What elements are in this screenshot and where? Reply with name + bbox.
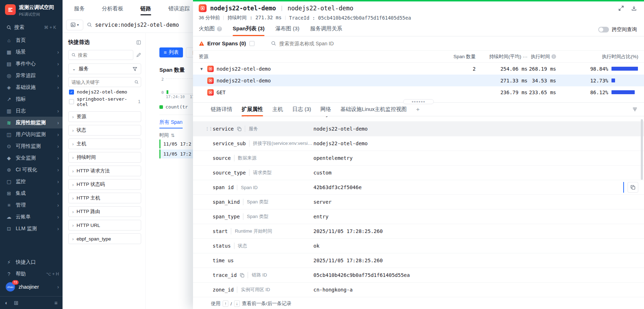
collapse-sidebar-icon[interactable]: ≡ <box>54 300 58 306</box>
tab-flame-graph[interactable]: 火焰图 ? <box>199 25 222 36</box>
filter-section-resource[interactable]: ›资源 <box>68 111 141 122</box>
sidebar-item-cloud-billing[interactable]: ☁云账单› <box>0 211 63 223</box>
drag-handle-icon[interactable]: ⋮⋮ <box>205 126 212 131</box>
topnav-tab-traces[interactable]: 链路 <box>140 0 151 17</box>
service-keyword-input[interactable] <box>71 80 134 85</box>
attribute-row-service[interactable]: ⋮⋮ service 服务 nodejs22-otel-demo <box>193 122 644 136</box>
list-view-button[interactable]: ≡ 列表 <box>159 47 183 57</box>
copy-value-button[interactable] <box>628 182 638 193</box>
chevron-down-icon[interactable]: ▼ <box>199 67 204 71</box>
resize-handle[interactable]: ●●●●●● <box>403 99 434 104</box>
collapse-panel-icon[interactable] <box>136 40 141 45</box>
sidebar-item-logs[interactable]: ▥日志› <box>0 105 63 117</box>
filter-section-ebpf-span-type[interactable]: ›ebpf_span_type <box>68 233 141 244</box>
col-exec-time[interactable]: 执行时间i <box>527 54 556 60</box>
span-row-selected[interactable]: nodejs22-otel-demo 271.33 ms 34.53 ms 12… <box>193 75 644 86</box>
sidebar-item-monitoring[interactable]: ▢监控› <box>0 176 63 187</box>
copy-icon[interactable] <box>237 127 242 131</box>
sidebar-item-ci[interactable]: ⊚CI 可视化› <box>0 164 63 176</box>
col-avg-duration[interactable]: 持续时间(平均)⋯ <box>476 54 527 60</box>
scrollbar-thumb[interactable] <box>641 119 643 180</box>
filter-section-http-url[interactable]: ›HTTP URL <box>68 220 141 231</box>
sidebar-item-quick-entry[interactable]: ⚡快捷入口 <box>0 256 63 268</box>
attribute-row-start[interactable]: start Runtime 开始时间 2025/11/05 17:28:25.2… <box>193 224 644 239</box>
sidebar-item-scenes[interactable]: ▦场景› <box>0 46 63 58</box>
tab-span-list[interactable]: Span列表 (3) <box>233 25 264 36</box>
edit-filters-icon[interactable] <box>136 52 141 57</box>
filter-section-http-method[interactable]: ›HTTP 请求方法 <box>68 166 141 176</box>
tab-all-spans[interactable]: 所有 Span <box>159 119 183 128</box>
add-tab-icon[interactable]: + <box>416 106 420 113</box>
attribute-row-resource[interactable]: resource 资源 nodejs22-otel-demo <box>193 116 644 122</box>
sidebar-item-error-tracking[interactable]: ◎异常追踪› <box>0 70 63 81</box>
tab-trace-detail[interactable]: 链路详情 <box>211 103 232 116</box>
tab-logs[interactable]: 日志 (3) <box>292 103 311 116</box>
fullscreen-icon[interactable] <box>618 5 624 11</box>
tab-infra-linux-view[interactable]: 基础设施Linux主机监控视图 <box>341 103 407 116</box>
tab-host[interactable]: 主机 <box>272 103 283 116</box>
sidebar-item-apm[interactable]: ≋应用性能监测› <box>0 117 63 128</box>
attribute-row-span-kind[interactable]: span_kind Span 类型 server <box>193 195 644 209</box>
service-option-springboot-server-otel[interactable]: springboot-server-otel 1 <box>68 97 141 106</box>
sidebar-item-help[interactable]: ?帮助⌥ + H <box>0 268 63 280</box>
sidebar-item-home[interactable]: ⌂首页 <box>0 34 63 46</box>
filter-section-http-host[interactable]: ›HTTP 主机 <box>68 193 141 203</box>
span-search-input[interactable] <box>279 41 637 46</box>
theme-icon[interactable]: ◐ <box>5 300 8 306</box>
error-spans-checkbox[interactable] <box>249 41 254 46</box>
tab-network[interactable]: 网络 <box>321 103 331 116</box>
attribute-row-trace-id[interactable]: trace_id 链路 ID 05cb410b426c9b0af75d1f614… <box>193 268 644 283</box>
attribute-row-service-sub[interactable]: service_sub 拼接字段(service:env:version) no… <box>193 136 644 151</box>
user-menu[interactable]: zhao 72 zhaojiner › <box>0 280 63 294</box>
sidebar-item-integrations[interactable]: ⊞集成› <box>0 187 63 199</box>
col-resource[interactable]: 资源 <box>199 54 415 60</box>
workspace-header[interactable]: 观测云调试空间 PE调试空间 <box>0 0 63 20</box>
attribute-row-span-id[interactable]: span_id Span ID 42b63df3c2f5046e <box>193 180 644 195</box>
checkbox-checked-icon[interactable]: ✓ <box>69 90 74 95</box>
span-group-row[interactable]: ▼ nodejs22-otel-demo 2 254.06 ms 268.19 … <box>193 63 644 75</box>
span-row[interactable]: GET 236.79 ms 233.65 ms 86.12% <box>193 86 644 98</box>
filter-section-http-status[interactable]: ›HTTP 状态码 <box>68 179 141 190</box>
attribute-row-span-type[interactable]: span_type Span 类型 entry <box>193 209 644 224</box>
sidebar-item-event-center[interactable]: ▤事件中心› <box>0 58 63 70</box>
attribute-row-source-type[interactable]: source_type 请求类型 custom <box>193 166 644 180</box>
tab-service-map[interactable]: 服务调用关系 <box>310 25 342 36</box>
funnel-filter-icon[interactable] <box>133 67 137 71</box>
apps-grid-icon[interactable]: ⊞ <box>14 300 19 306</box>
attribute-row-status[interactable]: status 状态 ok <box>193 239 644 253</box>
sidebar-item-infrastructure[interactable]: ◈基础设施› <box>0 81 63 93</box>
search-scope-button[interactable]: ▾ <box>66 20 83 30</box>
tab-extended-attributes[interactable]: 扩展属性 <box>242 103 263 116</box>
attribute-row-zone-id[interactable]: zone_id 实例可用区 ID cn-hongkong-a <box>193 283 644 297</box>
sidebar-item-metrics[interactable]: ↗指标 <box>0 93 63 105</box>
copy-icon[interactable] <box>240 116 244 117</box>
sidebar-item-rum[interactable]: ◫用户访问监测› <box>0 128 63 140</box>
filter-section-duration[interactable]: ›持续时间 <box>68 152 141 163</box>
col-exec-pct[interactable]: 执行时间占比(%) <box>556 54 638 60</box>
attribute-row-time-us[interactable]: time_us 2025/11/05 17:28:25.260 <box>193 253 644 268</box>
copy-icon[interactable] <box>240 273 244 278</box>
sidebar-item-llm[interactable]: ⊡LLM 监测› <box>0 223 63 234</box>
export-icon[interactable] <box>631 5 637 11</box>
sidebar-item-security[interactable]: ◆安全监测› <box>0 152 63 164</box>
filter-section-host[interactable]: ›主机 <box>68 138 141 149</box>
sidebar-item-synthetic[interactable]: ⊙可用性监测› <box>0 140 63 152</box>
attribute-row-source[interactable]: source 数据来源 opentelemetry <box>193 151 644 166</box>
topnav-tab-error-tracking[interactable]: 错误追踪 <box>168 0 190 17</box>
filters-search-input[interactable] <box>78 52 130 58</box>
sort-icon[interactable]: ⇅ <box>171 133 175 138</box>
sidebar-search[interactable]: 搜索 ⌘ + K <box>4 22 59 33</box>
sidebar-item-management[interactable]: ≡管理› <box>0 199 63 211</box>
topnav-tab-dashboards[interactable]: 分析看板 <box>102 0 123 17</box>
more-icon[interactable]: ⋯ <box>523 54 528 60</box>
topnav-tab-services[interactable]: 服务 <box>74 0 85 17</box>
flame-graph-help-icon[interactable]: ? <box>217 26 222 31</box>
cross-space-toggle[interactable] <box>598 27 609 32</box>
view-options-icon[interactable] <box>632 107 638 112</box>
filter-section-service[interactable]: ⌄ 服务 <box>68 64 141 74</box>
service-option-nodejs22-otel-demo[interactable]: ✓ nodejs22-otel-demo <box>68 87 141 97</box>
filter-section-http-route[interactable]: ›HTTP 路由 <box>68 206 141 217</box>
filter-section-status[interactable]: ›状态 <box>68 125 141 136</box>
col-span-count[interactable]: Span 数量 <box>415 54 476 60</box>
checkbox-icon[interactable] <box>69 99 74 104</box>
